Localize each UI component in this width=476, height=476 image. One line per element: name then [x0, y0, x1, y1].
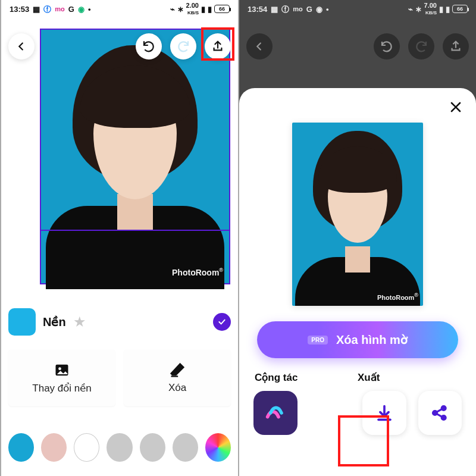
status-bar: 13:54 ▦ ⓕ mo G ◉ • ⌁ ∗ 7.00KB/S ▮ ▮ 66: [239, 0, 476, 18]
export-screen: 13:54 ▦ ⓕ mo G ◉ • ⌁ ∗ 7.00KB/S ▮ ▮ 66: [238, 0, 476, 476]
app-icon: ▦: [33, 5, 40, 13]
export-highlight: [201, 27, 234, 61]
signal2-icon: ▮: [208, 5, 212, 13]
momo-icon: mo: [55, 6, 65, 12]
back-button[interactable]: [8, 33, 35, 60]
svg-point-1: [58, 367, 61, 370]
redo-button: [408, 33, 434, 60]
chat-icon: ◉: [316, 5, 322, 13]
fb-icon: ⓕ: [43, 5, 51, 13]
signal1-icon: ▮: [439, 5, 443, 13]
photoroom-icon: [264, 401, 287, 425]
watermark: PhotoRoom®: [172, 267, 223, 277]
guide-line: [41, 230, 229, 231]
more-icon: •: [326, 5, 329, 13]
remove-watermark-button[interactable]: PRO Xóa hình mờ: [257, 321, 458, 358]
vibrate-icon: ⌁: [170, 5, 175, 13]
bt-icon: ∗: [177, 5, 184, 13]
color-picker[interactable]: [205, 433, 231, 462]
watermark: PhotoRoom®: [377, 292, 418, 301]
color-swatch[interactable]: [140, 433, 165, 462]
editor-screen: 13:53 ▦ ⓕ mo G ◉ • ⌁ ∗ 2.00KB/S ▮ ▮ 66 P…: [0, 0, 238, 476]
color-swatch[interactable]: [41, 433, 67, 462]
vibrate-icon: ⌁: [408, 5, 413, 13]
favorite-icon[interactable]: ★: [73, 314, 86, 330]
change-bg-button[interactable]: Thay đổi nền: [8, 349, 115, 406]
fb-icon: ⓕ: [281, 5, 289, 13]
bg-swatch[interactable]: [8, 308, 36, 336]
section-collab: Cộng tác: [255, 371, 358, 384]
chat-icon: ◉: [78, 5, 84, 13]
download-highlight: [338, 415, 389, 466]
background-row[interactable]: Nền ★: [8, 306, 231, 338]
undo-button: [374, 33, 400, 60]
canvas[interactable]: PhotoRoom®: [7, 20, 232, 299]
back-button: [246, 33, 273, 60]
export-sheet: PhotoRoom® PRO Xóa hình mờ Cộng tác Xuất: [239, 88, 476, 476]
google-icon: G: [68, 5, 74, 13]
export-button: [443, 33, 469, 60]
status-time: 13:54: [248, 5, 267, 14]
pro-label: Xóa hình mờ: [336, 333, 408, 347]
color-palette: [8, 431, 231, 464]
image-icon: [54, 362, 70, 378]
confirm-button[interactable]: [213, 313, 231, 331]
signal1-icon: ▮: [201, 5, 205, 13]
undo-button[interactable]: [136, 33, 162, 60]
bg-label: Nền: [43, 315, 66, 329]
photo-frame[interactable]: PhotoRoom®: [40, 29, 230, 284]
signal2-icon: ▮: [446, 5, 450, 13]
close-button[interactable]: [446, 98, 465, 117]
bt-icon: ∗: [415, 5, 422, 13]
status-bar: 13:53 ▦ ⓕ mo G ◉ • ⌁ ∗ 2.00KB/S ▮ ▮ 66: [1, 0, 238, 18]
color-swatch[interactable]: [74, 433, 99, 462]
share-button[interactable]: [418, 391, 462, 435]
status-time: 13:53: [10, 5, 29, 14]
subject-photo: [41, 30, 229, 283]
color-swatch[interactable]: [8, 433, 34, 462]
erase-button[interactable]: Xóa: [124, 349, 231, 406]
color-swatch[interactable]: [107, 433, 132, 462]
export-preview: PhotoRoom®: [292, 123, 423, 306]
share-icon: [430, 403, 449, 422]
color-swatch[interactable]: [173, 433, 198, 462]
battery-icon: 66: [214, 5, 230, 13]
redo-button[interactable]: [170, 33, 196, 60]
battery-icon: 66: [452, 5, 468, 13]
more-icon: •: [88, 5, 91, 13]
app-icon: ▦: [271, 5, 278, 13]
google-icon: G: [306, 5, 312, 13]
eraser-icon: [169, 362, 186, 378]
momo-icon: mo: [293, 6, 303, 12]
pro-badge: PRO: [308, 336, 328, 345]
collab-app-button[interactable]: [253, 391, 298, 435]
section-export: Xuất: [358, 371, 461, 384]
